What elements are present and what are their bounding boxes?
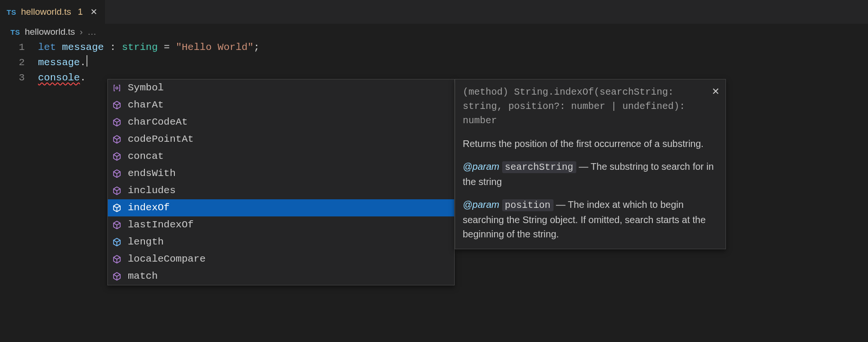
- suggestion-label: length: [128, 235, 164, 249]
- method-icon: [112, 203, 122, 213]
- suggestion-item-codepointat[interactable]: codePointAt: [108, 131, 454, 148]
- suggestion-label: Symbol: [128, 81, 164, 95]
- suggestion-label: lastIndexOf: [128, 218, 194, 232]
- code-token: [56, 42, 62, 53]
- breadcrumb-ellipsis: …: [87, 27, 97, 37]
- code-line[interactable]: 1let message : string = "Hello World";: [0, 40, 868, 55]
- doc-param-tag: @param: [463, 199, 499, 210]
- line-number: 2: [0, 55, 38, 70]
- method-icon: [112, 220, 122, 230]
- method-icon: [112, 254, 122, 264]
- code-token: "Hello World": [176, 42, 254, 53]
- tab-bar: TS helloworld.ts 1 ✕: [0, 0, 868, 24]
- method-icon: [112, 186, 122, 196]
- ts-file-icon: TS: [10, 28, 20, 36]
- tab-helloworld[interactable]: TS helloworld.ts 1 ✕: [0, 0, 105, 24]
- doc-param-name: searchString: [502, 161, 576, 173]
- suggestion-item-charat[interactable]: charAt: [108, 97, 454, 114]
- suggestion-item-length[interactable]: length: [108, 234, 454, 251]
- breadcrumb[interactable]: TS helloworld.ts › …: [0, 24, 868, 40]
- ts-file-icon: TS: [7, 8, 16, 16]
- method-icon: [112, 134, 122, 145]
- breadcrumb-file: helloworld.ts: [25, 27, 75, 37]
- code-token: message: [38, 57, 80, 68]
- code-token: .: [80, 57, 86, 68]
- suggestion-item-includes[interactable]: includes: [108, 182, 454, 199]
- suggestion-label: localeCompare: [128, 252, 206, 266]
- doc-param-desc: — The substring to search for in the str…: [463, 161, 714, 187]
- suggestion-label: codePointAt: [128, 132, 194, 147]
- doc-param-desc: — The index at which to begin searching …: [463, 199, 706, 239]
- close-icon[interactable]: ✕: [90, 7, 97, 17]
- suggestion-item-localecompare[interactable]: localeCompare: [108, 251, 454, 268]
- code-token: console: [38, 72, 80, 83]
- doc-param: @param searchString — The substring to s…: [463, 159, 718, 189]
- tab-filename: helloworld.ts: [21, 7, 71, 17]
- line-number: 1: [0, 40, 38, 55]
- code-token: string: [122, 42, 158, 53]
- suggestion-item-lastindexof[interactable]: lastIndexOf: [108, 216, 454, 234]
- suggestion-item-match[interactable]: match: [108, 268, 454, 285]
- method-icon: [112, 117, 122, 127]
- code-content[interactable]: console.: [38, 70, 86, 86]
- code-token: let: [38, 42, 56, 53]
- svg-point-0: [116, 87, 118, 89]
- code-token: :: [104, 42, 122, 53]
- suggestion-label: match: [128, 269, 158, 283]
- code-token: message: [62, 42, 104, 53]
- suggestion-label: includes: [128, 184, 176, 198]
- suggestion-item-endswith[interactable]: endsWith: [108, 165, 454, 182]
- suggestion-label: charAt: [128, 98, 164, 112]
- code-content[interactable]: let message : string = "Hello World";: [38, 40, 259, 55]
- intellisense-doc-panel: ✕ (method) String.indexOf(searchString: …: [455, 79, 726, 249]
- code-token: ;: [254, 42, 260, 53]
- property-icon: [112, 83, 122, 93]
- line-number: 3: [0, 70, 38, 86]
- code-content[interactable]: message.: [38, 55, 87, 70]
- suggestion-label: concat: [128, 149, 164, 164]
- suggestion-item-concat[interactable]: concat: [108, 148, 454, 165]
- chevron-right-icon: ›: [80, 27, 83, 37]
- tab-dirty-indicator: 1: [78, 7, 83, 17]
- method-icon: [112, 151, 122, 162]
- doc-description: Returns the position of the first occurr…: [463, 137, 718, 151]
- method-icon: [112, 100, 122, 110]
- intellisense-popup[interactable]: Symbol charAt charCodeAt codePointAt con…: [107, 79, 455, 285]
- close-icon[interactable]: ✕: [712, 84, 720, 98]
- suggestion-item-charcodeat[interactable]: charCodeAt: [108, 114, 454, 131]
- doc-param-tag: @param: [463, 161, 499, 172]
- doc-signature: (method) String.indexOf(searchString: st…: [463, 85, 718, 128]
- suggestion-label: indexOf: [128, 201, 170, 215]
- text-cursor: [86, 55, 87, 67]
- suggestion-item-indexof[interactable]: indexOf: [108, 199, 454, 216]
- method-icon: [112, 271, 122, 282]
- method-icon: [112, 168, 122, 179]
- code-line[interactable]: 2message.: [0, 55, 868, 70]
- doc-param-name: position: [502, 199, 553, 211]
- doc-param: @param position — The index at which to …: [463, 197, 718, 241]
- suggestion-item-symbol[interactable]: Symbol: [108, 79, 454, 97]
- code-token: .: [80, 72, 86, 83]
- suggestion-label: charCodeAt: [128, 115, 188, 129]
- field-icon: [112, 237, 122, 247]
- suggestion-label: endsWith: [128, 166, 176, 181]
- code-token: =: [158, 42, 176, 53]
